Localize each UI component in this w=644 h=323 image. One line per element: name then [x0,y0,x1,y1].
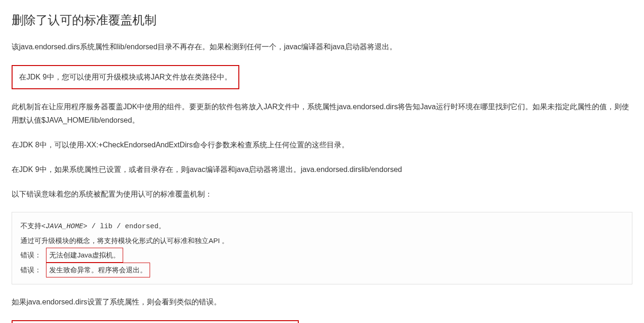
paragraph-intro: 该java.endorsed.dirs系统属性和lib/endorsed目录不再… [12,40,632,54]
paragraph-mechanism: 此机制旨在让应用程序服务器覆盖JDK中使用的组件。要更新的软件包将放入JAR文件… [12,100,632,127]
error-message-2: 发生致命异常。程序将会退出。 [46,263,150,277]
code-line-1: 不支持<JAVA_HOME> / lib / endorsed。 [20,219,624,234]
error-line-2: 错误： 发生致命异常。程序将会退出。 [20,263,624,277]
error-message-1: 无法创建Java虚拟机。 [46,248,123,263]
code-line-1-italic: <JAVA_HOME> [41,223,87,231]
code-line-1-prefix: 不支持 [20,222,41,230]
error-label-2: 错误： [20,266,41,274]
error-label-1: 错误： [20,251,41,259]
error-code-block: 不支持<JAVA_HOME> / lib / endorsed。 通过可升级模块… [12,212,632,284]
section-heading: 删除了认可的标准覆盖机制 [12,9,632,31]
paragraph-jdk9-exit: 在JDK 9中，如果系统属性已设置，或者目录存在，则javac编译器和java启… [12,163,632,177]
code-line-1-suffix: / lib / endorsed。 [87,223,165,231]
code-line-2: 通过可升级模块的概念，将支持模块化形式的认可标准和独立API 。 [20,234,624,248]
highlighted-note-fix: 要修复此错误，请删除该lib/endorsed目录或取消设置java.endor… [12,320,299,323]
paragraph-similar-error: 如果java.endorsed.dirs设置了系统属性，则会看到类似的错误。 [12,296,632,309]
paragraph-jdk8: 在JDK 8中，可以使用-XX:+CheckEndorsedAndExtDirs… [12,138,632,152]
highlighted-note-jdk9: 在JDK 9中，您可以使用可升级模块或将JAR文件放在类路径中。 [12,65,239,90]
error-line-1: 错误： 无法创建Java虚拟机。 [20,248,624,263]
paragraph-error-intro: 以下错误意味着您的系统被配置为使用认可的标准覆盖机制： [12,188,632,201]
